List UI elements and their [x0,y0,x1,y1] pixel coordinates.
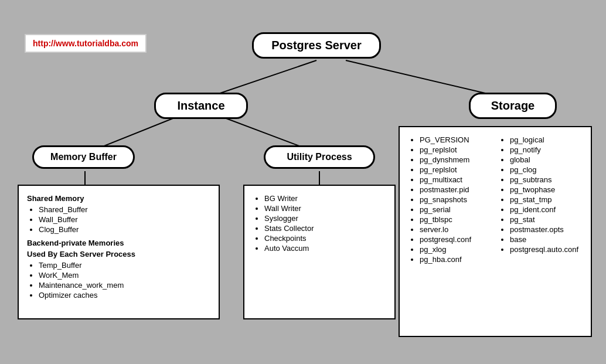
list-item: postgresql.conf [420,235,492,244]
list-item: Stats Collector [264,224,386,233]
list-item: pg_multixact [420,175,492,184]
utility-content-box: BG Writer Wall Writer Syslogger Stats Co… [243,185,396,319]
list-item: postmaster.pid [420,185,492,194]
memory-content-box: Shared Memory Shared_Buffer Wall_Buffer … [18,185,220,319]
list-item: Clog_Buffer [39,225,210,234]
list-item: postmaster.opts [510,225,583,234]
storage-col-2: pg_logical pg_notify global pg_clog pg_s… [498,133,583,330]
list-item: Checkpoints [264,234,386,243]
postgres-node: Postgres Server [252,32,381,59]
used-by-subtitle: Used By Each Server Process [27,250,210,258]
list-item: pg_logical [510,135,583,144]
private-memory-title: Backend-private Memories [27,239,210,247]
list-item: Wall_Buffer [39,215,210,224]
postgres-label: Postgres Server [271,39,361,52]
list-item: server.lo [420,225,492,234]
list-item: postgresql.auto.conf [510,245,583,254]
utility-process-node: Utility Process [264,145,375,169]
list-item: pg_replslot [420,145,492,154]
list-item: Maintenance_work_mem [39,281,210,290]
list-item: Optimizer caches [39,291,210,300]
list-item: pg_replslot [420,165,492,174]
list-item: Syslogger [264,214,386,223]
storage-col-1: PG_VERSION pg_replslot pg_dynshmem pg_re… [408,133,492,330]
shared-memory-title: Shared Memory [27,194,210,203]
list-item: pg_snapshots [420,195,492,204]
private-memory-list: Temp_Buffer WorK_Mem Maintenance_work_me… [39,261,210,300]
list-item: pg_tblspc [420,215,492,224]
memory-buffer-label: Memory Buffer [50,152,117,162]
list-item: pg_notify [510,145,583,154]
list-item: pg_xlog [420,245,492,254]
list-item: pg_stat [510,215,583,224]
list-item: pg_hba.conf [420,255,492,264]
list-item: Temp_Buffer [39,261,210,270]
memory-buffer-node: Memory Buffer [32,145,135,169]
storage-label: Storage [491,99,534,112]
list-item: Auto Vaccum [264,244,386,253]
list-item: pg_stat_tmp [510,195,583,204]
url-text: http://www.tutorialdba.com [33,39,138,48]
list-item: Wall Writer [264,204,386,213]
list-item: PG_VERSION [420,135,492,144]
list-item: base [510,235,583,244]
list-item: pg_ident.conf [510,205,583,214]
shared-memory-list: Shared_Buffer Wall_Buffer Clog_Buffer [39,205,210,234]
url-label: http://www.tutorialdba.com [25,34,147,53]
list-item: WorK_Mem [39,271,210,280]
list-item: pg_dynshmem [420,155,492,164]
storage-list-2: pg_logical pg_notify global pg_clog pg_s… [510,135,583,254]
storage-list-1: PG_VERSION pg_replslot pg_dynshmem pg_re… [420,135,492,264]
list-item: global [510,155,583,164]
list-item: pg_twophase [510,185,583,194]
list-item: Shared_Buffer [39,205,210,214]
list-item: pg_subtrans [510,175,583,184]
instance-node: Instance [154,93,248,119]
instance-label: Instance [177,99,224,112]
storage-content-box: PG_VERSION pg_replslot pg_dynshmem pg_re… [399,126,592,337]
utility-process-label: Utility Process [287,152,352,162]
storage-node: Storage [469,93,557,119]
list-item: pg_serial [420,205,492,214]
utility-list: BG Writer Wall Writer Syslogger Stats Co… [264,194,386,253]
list-item: pg_clog [510,165,583,174]
list-item: BG Writer [264,194,386,203]
